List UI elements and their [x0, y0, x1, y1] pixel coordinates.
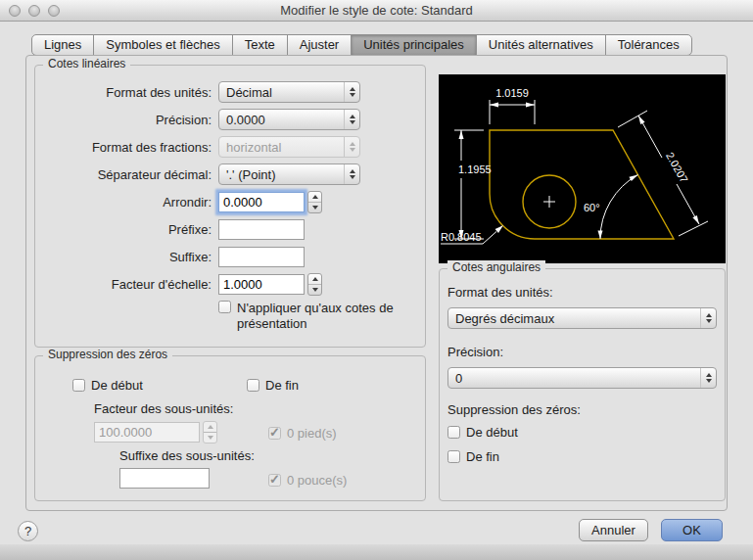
precision-popup[interactable]: 0.0000 [218, 109, 360, 130]
checkbox-icon [447, 426, 460, 439]
angular-zeros-label: Suppression des zéros: [447, 402, 717, 417]
subunit-factor-stepper [203, 421, 217, 443]
angular-leading-zeros-checkbox[interactable]: De début [447, 425, 717, 440]
help-button[interactable]: ? [18, 521, 38, 541]
unit-format-value: Décimal [226, 85, 338, 100]
group-title: Cotes linéaires [43, 57, 130, 70]
suffix-input[interactable] [218, 247, 305, 267]
angular-trailing-zeros-checkbox[interactable]: De fin [447, 449, 717, 464]
round-off-label: Arrondir: [35, 195, 218, 210]
popup-arrows-icon [344, 110, 359, 129]
title-bar: Modifier le style de cote: Standard [0, 0, 753, 22]
angular-trailing-zeros-label: De fin [466, 449, 499, 464]
close-window-button[interactable] [9, 5, 21, 17]
layout-dims-only-label: N'appliquer qu'aux cotes de présentation [237, 301, 415, 332]
tab-bar: Lignes Symboles et flèches Texte Ajuster… [32, 34, 692, 56]
preview-dim-left: 1.1955 [458, 163, 492, 175]
window-title: Modifier le style de cote: Standard [0, 0, 753, 21]
decimal-separator-label: Séparateur décimal: [35, 167, 218, 182]
trailing-zeros-checkbox[interactable]: De fin [247, 378, 299, 393]
checkbox-icon [247, 379, 259, 392]
prefix-input[interactable] [218, 219, 305, 240]
group-suppression-zeros: Suppression des zéros De début De fin Fa… [34, 355, 426, 501]
angular-format-value: Degrés décimaux [455, 311, 694, 326]
unit-format-label: Format des unités: [35, 85, 218, 100]
dimension-preview-drawing: 1.0159 1.1955 2.0207 60° R0.8045 [439, 74, 726, 263]
popup-arrows-icon [700, 368, 716, 388]
tab-symboles-et-fleches[interactable]: Symboles et flèches [93, 34, 232, 56]
zero-feet-checkbox: 0 pied(s) [268, 426, 337, 441]
angular-format-label: Format des unités: [447, 285, 717, 300]
zero-feet-label: 0 pied(s) [287, 426, 337, 441]
fraction-format-label: Format des fractions: [35, 140, 218, 155]
angular-precision-popup[interactable]: 0 [447, 367, 717, 389]
popup-arrows-icon [700, 308, 716, 328]
trailing-zeros-label: De fin [265, 378, 299, 393]
subunit-factor-input [94, 422, 200, 443]
checkbox-icon [268, 474, 281, 487]
angular-precision-label: Précision: [447, 345, 717, 359]
leading-zeros-label: De début [91, 378, 143, 393]
stepper-up-icon [308, 274, 321, 285]
round-off-stepper[interactable] [307, 191, 322, 213]
fraction-format-value: horizontal [226, 140, 338, 155]
tab-unites-principales[interactable]: Unités principales [351, 34, 477, 56]
tab-texte[interactable]: Texte [232, 34, 288, 56]
cancel-button[interactable]: Annuler [579, 519, 648, 541]
window-controls [9, 5, 60, 17]
angular-format-popup[interactable]: Degrés décimaux [447, 307, 717, 329]
leading-zeros-checkbox[interactable]: De début [72, 378, 143, 393]
tab-content-pane: Cotes linéaires Format des unités: Décim… [25, 55, 728, 511]
zoom-window-button[interactable] [48, 5, 60, 17]
preview-dim-top: 1.0159 [495, 87, 529, 99]
scale-factor-stepper[interactable] [307, 273, 322, 296]
zero-inches-label: 0 pouce(s) [287, 473, 347, 488]
checkbox-icon [72, 379, 85, 392]
group-title: Suppression des zéros [43, 348, 172, 361]
window-bottom-bar [0, 544, 753, 560]
zero-inches-checkbox: 0 pouce(s) [268, 473, 347, 488]
checkbox-icon [218, 301, 231, 313]
checkbox-icon [268, 427, 281, 440]
angular-precision-value: 0 [455, 371, 694, 386]
stepper-up-icon [308, 192, 321, 203]
preview-dim-angle: 60° [584, 202, 600, 213]
dimension-preview: 1.0159 1.1955 2.0207 60° R0.8045 [439, 74, 726, 263]
decimal-separator-popup[interactable]: '.' (Point) [218, 163, 360, 185]
tab-unites-alternatives[interactable]: Unités alternatives [476, 34, 606, 56]
stepper-up-icon [204, 422, 216, 433]
fraction-format-popup: horizontal [218, 136, 360, 158]
checkbox-icon [447, 450, 460, 463]
precision-value: 0.0000 [226, 113, 338, 127]
ok-button[interactable]: OK [661, 519, 723, 541]
preview-dim-radius: R0.8045 [441, 231, 482, 243]
decimal-separator-value: '.' (Point) [226, 167, 338, 182]
round-off-input[interactable] [218, 192, 305, 212]
popup-arrows-icon [344, 82, 359, 102]
stepper-down-icon [308, 285, 321, 295]
scale-factor-input[interactable] [218, 274, 305, 295]
suffix-label: Suffixe: [35, 250, 218, 264]
preview-dim-diagonal: 2.0207 [664, 150, 690, 184]
unit-format-popup[interactable]: Décimal [218, 81, 360, 103]
subunit-factor-label: Facteur des sous-unités: [94, 401, 233, 416]
prefix-label: Préfixe: [35, 222, 218, 237]
stepper-down-icon [308, 203, 321, 212]
minimize-window-button[interactable] [28, 5, 40, 17]
popup-arrows-icon [344, 164, 359, 184]
group-cotes-lineaires: Cotes linéaires Format des unités: Décim… [34, 65, 426, 348]
subunit-suffix-input[interactable] [119, 468, 210, 489]
dialog-window: Modifier le style de cote: Standard Lign… [0, 0, 753, 560]
tab-lignes[interactable]: Lignes [31, 34, 94, 56]
scale-factor-label: Facteur d'échelle: [35, 277, 218, 292]
tab-tolerances[interactable]: Tolérances [605, 34, 692, 56]
subunit-suffix-label: Suffixe des sous-unités: [119, 448, 255, 463]
popup-arrows-icon [344, 137, 359, 157]
group-title: Cotes angulaires [447, 260, 545, 274]
tab-ajuster[interactable]: Ajuster [287, 34, 352, 56]
stepper-down-icon [204, 433, 216, 443]
group-cotes-angulaires: Cotes angulaires Format des unités: Degr… [439, 268, 726, 501]
layout-dims-only-checkbox[interactable]: N'appliquer qu'aux cotes de présentation [218, 301, 425, 332]
angular-leading-zeros-label: De début [466, 425, 518, 440]
precision-label: Précision: [35, 113, 218, 127]
